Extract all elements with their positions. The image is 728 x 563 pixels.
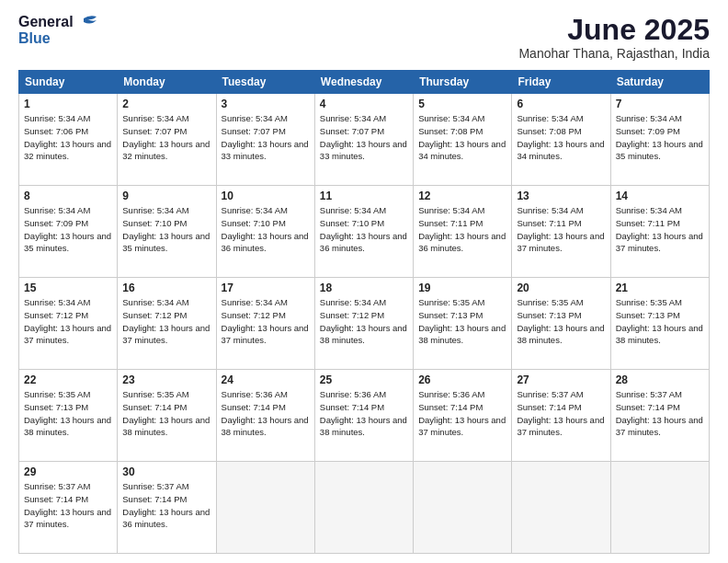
header: General Blue June 2025 Manohar Thana, Ra… [18,14,710,61]
day-info: Sunrise: 5:34 AM Sunset: 7:07 PM Dayligh… [222,112,310,163]
day-info: Sunrise: 5:34 AM Sunset: 7:12 PM Dayligh… [122,296,210,347]
calendar-table: Sunday Monday Tuesday Wednesday Thursday… [18,70,710,554]
table-row: 8 Sunrise: 5:34 AM Sunset: 7:09 PM Dayli… [19,186,118,278]
day-info: Sunrise: 5:34 AM Sunset: 7:09 PM Dayligh… [24,204,112,255]
day-info: Sunrise: 5:34 AM Sunset: 7:12 PM Dayligh… [24,296,112,347]
day-info: Sunrise: 5:35 AM Sunset: 7:13 PM Dayligh… [24,388,112,439]
table-row: 27 Sunrise: 5:37 AM Sunset: 7:14 PM Dayl… [512,370,610,462]
logo-bird-icon [76,15,97,29]
day-number: 4 [320,98,408,110]
page: General Blue June 2025 Manohar Thana, Ra… [0,0,728,563]
day-info: Sunrise: 5:37 AM Sunset: 7:14 PM Dayligh… [122,480,210,531]
table-row: 29 Sunrise: 5:37 AM Sunset: 7:14 PM Dayl… [19,462,118,554]
table-row: 26 Sunrise: 5:36 AM Sunset: 7:14 PM Dayl… [414,370,512,462]
col-monday: Monday [118,71,216,94]
table-row: 12 Sunrise: 5:34 AM Sunset: 7:11 PM Dayl… [414,186,512,278]
table-row [610,462,709,554]
day-info: Sunrise: 5:36 AM Sunset: 7:14 PM Dayligh… [320,388,408,439]
day-info: Sunrise: 5:37 AM Sunset: 7:14 PM Dayligh… [517,388,605,439]
day-info: Sunrise: 5:36 AM Sunset: 7:14 PM Dayligh… [222,388,310,439]
day-info: Sunrise: 5:34 AM Sunset: 7:08 PM Dayligh… [517,112,605,163]
day-info: Sunrise: 5:35 AM Sunset: 7:13 PM Dayligh… [517,296,605,347]
table-row: 23 Sunrise: 5:35 AM Sunset: 7:14 PM Dayl… [118,370,216,462]
col-tuesday: Tuesday [216,71,314,94]
location: Manohar Thana, Rajasthan, India [518,46,710,61]
day-number: 14 [616,190,704,202]
day-number: 19 [418,282,506,294]
table-row: 14 Sunrise: 5:34 AM Sunset: 7:11 PM Dayl… [610,186,709,278]
table-row: 13 Sunrise: 5:34 AM Sunset: 7:11 PM Dayl… [512,186,610,278]
col-sunday: Sunday [19,71,118,94]
table-row: 1 Sunrise: 5:34 AM Sunset: 7:06 PM Dayli… [19,94,118,186]
month-title: June 2025 [518,14,710,46]
table-row: 15 Sunrise: 5:34 AM Sunset: 7:12 PM Dayl… [19,278,118,370]
day-info: Sunrise: 5:34 AM Sunset: 7:10 PM Dayligh… [222,204,310,255]
table-row [414,462,512,554]
day-number: 9 [122,190,210,202]
day-number: 18 [320,282,408,294]
table-row: 20 Sunrise: 5:35 AM Sunset: 7:13 PM Dayl… [512,278,610,370]
day-number: 30 [122,465,210,478]
day-number: 8 [24,190,112,202]
day-number: 29 [24,465,112,478]
calendar-header-row: Sunday Monday Tuesday Wednesday Thursday… [19,71,710,94]
day-number: 27 [517,373,605,386]
title-block: June 2025 Manohar Thana, Rajasthan, Indi… [518,14,710,61]
day-info: Sunrise: 5:34 AM Sunset: 7:06 PM Dayligh… [24,112,112,163]
day-info: Sunrise: 5:34 AM Sunset: 7:12 PM Dayligh… [222,296,310,347]
table-row [512,462,610,554]
day-info: Sunrise: 5:34 AM Sunset: 7:11 PM Dayligh… [517,204,605,255]
day-info: Sunrise: 5:34 AM Sunset: 7:11 PM Dayligh… [418,204,506,255]
day-number: 20 [517,282,605,294]
day-number: 26 [418,373,506,386]
col-thursday: Thursday [414,71,512,94]
table-row [216,462,314,554]
day-number: 5 [418,98,506,110]
day-number: 21 [616,282,704,294]
day-info: Sunrise: 5:34 AM Sunset: 7:10 PM Dayligh… [122,204,210,255]
col-friday: Friday [512,71,610,94]
day-number: 28 [616,373,704,386]
day-info: Sunrise: 5:34 AM Sunset: 7:07 PM Dayligh… [122,112,210,163]
table-row: 17 Sunrise: 5:34 AM Sunset: 7:12 PM Dayl… [216,278,314,370]
day-number: 12 [418,190,506,202]
table-row: 19 Sunrise: 5:35 AM Sunset: 7:13 PM Dayl… [414,278,512,370]
table-row: 2 Sunrise: 5:34 AM Sunset: 7:07 PM Dayli… [118,94,216,186]
table-row: 21 Sunrise: 5:35 AM Sunset: 7:13 PM Dayl… [610,278,709,370]
day-number: 3 [222,98,310,110]
day-number: 7 [616,98,704,110]
table-row: 30 Sunrise: 5:37 AM Sunset: 7:14 PM Dayl… [118,462,216,554]
table-row: 4 Sunrise: 5:34 AM Sunset: 7:07 PM Dayli… [314,94,413,186]
day-number: 16 [122,282,210,294]
day-info: Sunrise: 5:34 AM Sunset: 7:08 PM Dayligh… [418,112,506,163]
day-number: 24 [222,373,310,386]
day-number: 22 [24,373,112,386]
day-info: Sunrise: 5:36 AM Sunset: 7:14 PM Dayligh… [418,388,506,439]
day-info: Sunrise: 5:34 AM Sunset: 7:11 PM Dayligh… [616,204,704,255]
table-row: 16 Sunrise: 5:34 AM Sunset: 7:12 PM Dayl… [118,278,216,370]
day-number: 2 [122,98,210,110]
day-info: Sunrise: 5:37 AM Sunset: 7:14 PM Dayligh… [616,388,704,439]
table-row: 28 Sunrise: 5:37 AM Sunset: 7:14 PM Dayl… [610,370,709,462]
day-number: 15 [24,282,112,294]
table-row [314,462,413,554]
table-row: 3 Sunrise: 5:34 AM Sunset: 7:07 PM Dayli… [216,94,314,186]
day-number: 1 [24,98,112,110]
table-row: 6 Sunrise: 5:34 AM Sunset: 7:08 PM Dayli… [512,94,610,186]
day-number: 13 [517,190,605,202]
table-row: 25 Sunrise: 5:36 AM Sunset: 7:14 PM Dayl… [314,370,413,462]
col-wednesday: Wednesday [314,71,413,94]
day-info: Sunrise: 5:37 AM Sunset: 7:14 PM Dayligh… [24,480,112,531]
day-info: Sunrise: 5:34 AM Sunset: 7:10 PM Dayligh… [320,204,408,255]
table-row: 24 Sunrise: 5:36 AM Sunset: 7:14 PM Dayl… [216,370,314,462]
day-number: 17 [222,282,310,294]
day-number: 6 [517,98,605,110]
table-row: 9 Sunrise: 5:34 AM Sunset: 7:10 PM Dayli… [118,186,216,278]
table-row: 22 Sunrise: 5:35 AM Sunset: 7:13 PM Dayl… [19,370,118,462]
day-number: 23 [122,373,210,386]
day-number: 25 [320,373,408,386]
table-row: 7 Sunrise: 5:34 AM Sunset: 7:09 PM Dayli… [610,94,709,186]
table-row: 10 Sunrise: 5:34 AM Sunset: 7:10 PM Dayl… [216,186,314,278]
table-row: 11 Sunrise: 5:34 AM Sunset: 7:10 PM Dayl… [314,186,413,278]
day-info: Sunrise: 5:34 AM Sunset: 7:09 PM Dayligh… [616,112,704,163]
